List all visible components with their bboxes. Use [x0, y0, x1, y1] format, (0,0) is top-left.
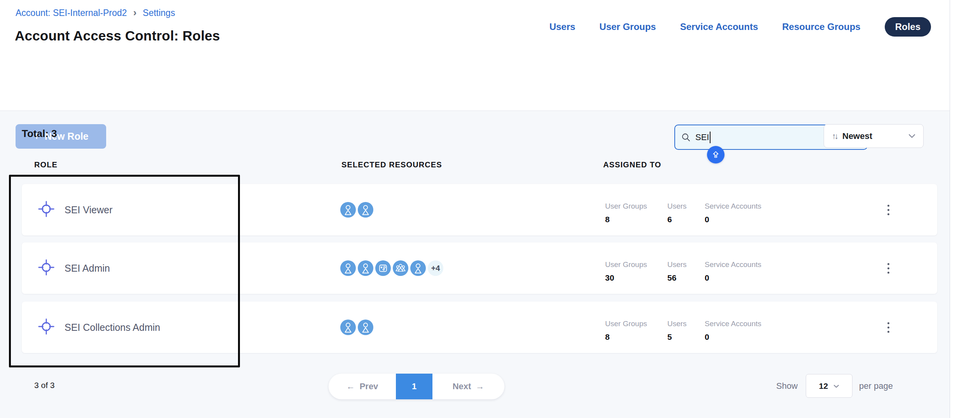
sort-arrows-icon: ↑↓: [832, 132, 837, 141]
result-count-label: 3 of 3: [34, 381, 55, 390]
prev-page-button[interactable]: ← Prev: [329, 374, 396, 399]
column-header-role: ROLE: [34, 160, 58, 169]
service-accounts-label: Service Accounts: [705, 202, 761, 211]
table-row-sei-admin[interactable]: SEI Admin +4 User Groups30 Users56 Servi…: [22, 242, 937, 294]
next-page-button[interactable]: Next →: [432, 374, 504, 399]
user-icon[interactable]: [410, 260, 426, 276]
tab-resource-groups[interactable]: Resource Groups: [782, 21, 860, 32]
user-icon[interactable]: [358, 320, 373, 335]
users-label: Users: [667, 260, 687, 269]
page-content-area: Account: SEI-Internal-Prod2 › Settings A…: [0, 0, 950, 418]
page-title: Account Access Control: Roles: [15, 28, 220, 44]
page-size-control: Show 12 per page: [776, 374, 893, 398]
breadcrumb-settings-link[interactable]: Settings: [143, 8, 175, 18]
user-groups-label: User Groups: [605, 202, 647, 211]
row-menu-kebab-icon[interactable]: [880, 316, 897, 339]
service-accounts-count: 0: [705, 215, 761, 224]
overflow-count-badge[interactable]: +4: [428, 260, 443, 276]
caps-lock-indicator-icon: [707, 146, 724, 163]
arrow-right-icon: →: [476, 381, 484, 392]
row-menu-kebab-icon[interactable]: [880, 198, 897, 221]
users-count: 5: [667, 332, 687, 342]
per-page-label: per page: [859, 381, 893, 391]
breadcrumb: Account: SEI-Internal-Prod2 › Settings: [16, 8, 175, 18]
column-header-selected-resources: SELECTED RESOURCES: [341, 160, 442, 169]
service-accounts-count: 0: [705, 273, 761, 283]
service-accounts-label: Service Accounts: [705, 320, 761, 328]
user-icon[interactable]: [340, 202, 356, 218]
show-label: Show: [776, 381, 798, 391]
sort-selected-value: Newest: [842, 131, 872, 141]
row-menu-kebab-icon[interactable]: [880, 256, 897, 280]
user-icon[interactable]: [340, 260, 356, 276]
search-input-value: SEI: [695, 132, 709, 142]
user-groups-count: 8: [605, 215, 647, 224]
role-crosshair-icon: [37, 318, 55, 337]
tab-users[interactable]: Users: [550, 21, 576, 32]
search-icon: [681, 133, 691, 142]
breadcrumb-chevron-icon: ›: [133, 7, 136, 18]
user-groups-label: User Groups: [605, 320, 647, 328]
role-name: SEI Admin: [65, 263, 110, 274]
tab-roles-active[interactable]: Roles: [885, 17, 931, 37]
breadcrumb-account-link[interactable]: Account: SEI-Internal-Prod2: [16, 8, 127, 18]
tab-user-groups[interactable]: User Groups: [599, 21, 656, 32]
chevron-down-icon: [833, 383, 839, 390]
user-group-icon[interactable]: [393, 260, 408, 276]
table-row-sei-viewer[interactable]: SEI Viewer User Groups8 Users6 Service A…: [22, 184, 937, 235]
chevron-down-icon: [908, 133, 915, 140]
arrow-left-icon: ←: [346, 381, 355, 392]
service-accounts-label: Service Accounts: [705, 260, 761, 269]
user-groups-label: User Groups: [605, 260, 647, 269]
tab-service-accounts[interactable]: Service Accounts: [680, 21, 758, 32]
user-groups-count: 30: [605, 273, 647, 283]
users-label: Users: [667, 320, 687, 328]
users-count: 56: [667, 273, 687, 283]
page-number-active[interactable]: 1: [396, 374, 432, 399]
selected-resources-avatars: +4: [340, 260, 443, 276]
account-access-control-roles-screen: Account: SEI-Internal-Prod2 › Settings A…: [0, 0, 980, 418]
table-row-sei-collections-admin[interactable]: SEI Collections Admin User Groups8 Users…: [22, 302, 937, 353]
role-name: SEI Viewer: [65, 204, 112, 216]
role-crosshair-icon: [37, 258, 55, 278]
user-icon[interactable]: [358, 260, 373, 276]
text-cursor: [710, 132, 710, 143]
access-control-tabs: Users User Groups Service Accounts Resou…: [550, 0, 931, 53]
user-icon[interactable]: [358, 202, 373, 218]
user-groups-count: 8: [605, 332, 647, 342]
users-count: 6: [667, 215, 687, 224]
role-name: SEI Collections Admin: [65, 322, 160, 333]
sort-dropdown[interactable]: ↑↓ Newest: [824, 124, 924, 148]
role-crosshair-icon: [37, 200, 55, 220]
page-size-select[interactable]: 12: [806, 374, 852, 398]
page-header: Account: SEI-Internal-Prod2 › Settings A…: [0, 0, 950, 54]
column-header-assigned-to: ASSIGNED TO: [603, 160, 662, 169]
service-accounts-count: 0: [705, 332, 761, 342]
selected-resources-avatars: [340, 202, 373, 218]
toolbar: + New Role SEI ✕: [0, 53, 950, 111]
total-count-label: Total: 3: [22, 128, 57, 140]
user-icon[interactable]: [340, 320, 356, 335]
page-size-value: 12: [819, 381, 828, 391]
pagination: ← Prev 1 Next →: [329, 374, 504, 399]
selected-resources-avatars: [340, 320, 373, 335]
dashboard-icon[interactable]: [375, 260, 391, 276]
users-label: Users: [667, 202, 687, 211]
